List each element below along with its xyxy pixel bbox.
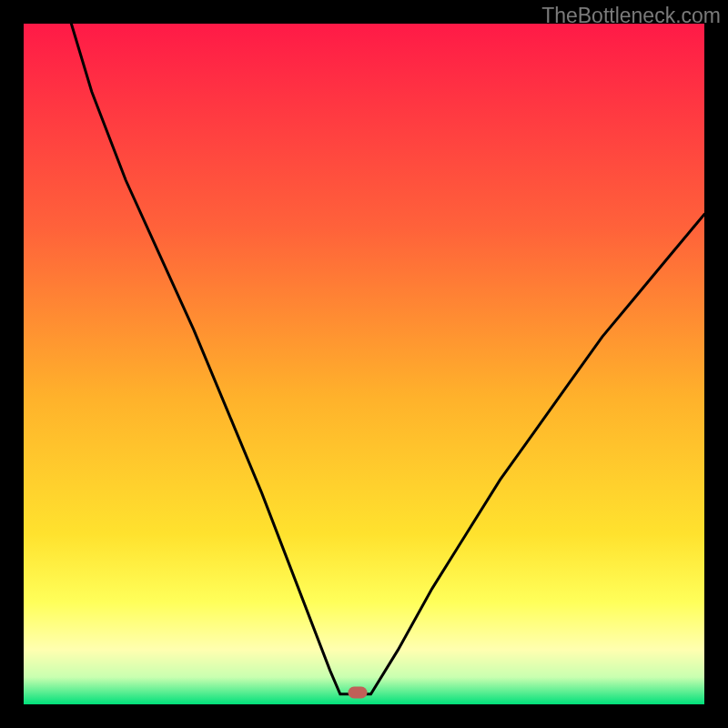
curve-layer bbox=[24, 24, 704, 704]
bottleneck-curve bbox=[71, 24, 704, 694]
plot-area bbox=[24, 24, 704, 704]
optimal-marker bbox=[348, 686, 367, 698]
chart-container: TheBottleneck.com bbox=[0, 0, 728, 728]
watermark: TheBottleneck.com bbox=[541, 4, 721, 28]
